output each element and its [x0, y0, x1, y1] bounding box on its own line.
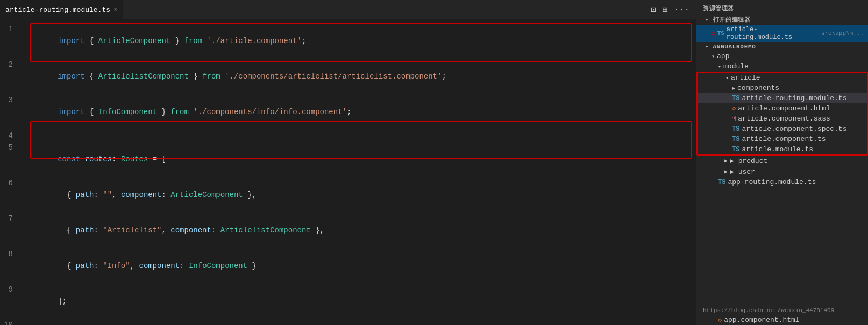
code-line-9: 9 ]; [0, 284, 696, 319]
ts-icon-3: TS [732, 136, 739, 143]
file-app-component-html-label: app.component.html [724, 316, 799, 324]
file-article-ts-label: article.component.ts [742, 135, 826, 143]
file-app-component-html[interactable]: ◇ app.component.html [696, 315, 868, 325]
file-article-sass-label: article.component.sass [738, 115, 830, 123]
ts-icon-4: TS [732, 146, 739, 153]
open-editors-section[interactable]: ▾ 打开的编辑器 [696, 15, 868, 25]
file-article-module[interactable]: TS article.module.ts [698, 144, 867, 154]
editor-area: article-routing.module.ts × ⊡ ⊞ ··· 1 im… [0, 0, 696, 325]
file-article-sass[interactable]: ♃ article.component.sass [698, 114, 867, 124]
ts-icon-2: TS [732, 125, 739, 133]
ts-icon-1: TS [732, 95, 739, 102]
layout-icon[interactable]: ⊞ [663, 4, 668, 15]
code-editor[interactable]: 1 import { ArticleComponent } from './ar… [0, 19, 696, 325]
module-folder-label: module [723, 62, 749, 70]
components-folder-label: components [737, 84, 779, 92]
file-article-ts[interactable]: TS article.component.ts [698, 134, 867, 144]
code-line-7: 7 { path: "Articlelist", component: Arti… [0, 213, 696, 248]
app-folder-arrow: ▾ [712, 53, 715, 60]
angualrdemo-section[interactable]: ▾ ANGUALRDEMO [696, 42, 868, 51]
file-article-routing[interactable]: TS article-routing.module.ts [698, 93, 867, 103]
code-line-5: 5 const routes: Routes = [ [0, 142, 696, 177]
ts-icon-5: TS [718, 179, 725, 186]
article-folder[interactable]: ▾ article [698, 73, 867, 83]
module-folder-arrow: ▾ [718, 63, 721, 70]
article-section-highlight: ▾ article ▶ components TS article-routin… [696, 72, 868, 156]
active-tab[interactable]: article-routing.module.ts × [0, 0, 123, 19]
open-filename: article-routing.module.ts [727, 26, 819, 41]
split-editor-icon[interactable]: ⊡ [651, 4, 656, 15]
code-line-3: 3 import { InfoComponent } from './compo… [0, 94, 696, 130]
code-line-4: 4 [0, 130, 696, 142]
file-article-spec-label: article.component.spec.ts [742, 125, 846, 133]
file-app-routing[interactable]: TS app-routing.module.ts [696, 177, 868, 187]
code-line-10: 10 [0, 319, 696, 325]
file-article-html-label: article.component.html [738, 104, 830, 112]
more-actions-icon[interactable]: ··· [674, 5, 689, 15]
components-folder-arrow: ▶ [732, 85, 735, 91]
code-line-1: 1 import { ArticleComponent } from './ar… [0, 23, 696, 59]
html-icon-1: ◇ [732, 104, 736, 112]
app-folder-label: app [717, 52, 729, 60]
file-article-routing-label: article-routing.module.ts [742, 94, 846, 102]
sidebar-url: https://blog.csdn.net/weixin_44781409 [696, 306, 868, 315]
angualrdemo-label: ▾ ANGUALRDEMO [705, 43, 756, 50]
open-file-item[interactable]: ✕ TS article-routing.module.ts src\app\m… [696, 25, 868, 42]
open-file-path: src\app\m... [821, 30, 864, 37]
file-article-spec[interactable]: TS article.component.spec.ts [698, 124, 867, 134]
file-app-routing-label: app-routing.module.ts [728, 178, 816, 186]
components-folder[interactable]: ▶ components [698, 83, 867, 93]
app-folder[interactable]: ▾ app [696, 51, 868, 61]
code-line-6: 6 { path: "", component: ArticleComponen… [0, 177, 696, 213]
tab-filename: article-routing.module.ts [5, 6, 110, 14]
sass-icon-1: ♃ [732, 115, 736, 123]
sidebar-resource-manager-label: 资源管理器 [696, 0, 868, 15]
user-folder[interactable]: ▶ ▶ user [696, 166, 868, 177]
product-folder-label: ▶ product [730, 157, 767, 165]
product-folder[interactable]: ▶ ▶ product [696, 156, 868, 166]
ts-badge-open: TS [717, 30, 724, 37]
product-folder-arrow: ▶ [724, 158, 728, 164]
close-tab-icon[interactable]: × [113, 6, 117, 13]
article-folder-label: article [731, 74, 760, 82]
open-file-ts-icon: ✕ [712, 30, 715, 37]
editor-toolbar: ⊡ ⊞ ··· [651, 4, 696, 15]
article-folder-arrow: ▾ [725, 75, 729, 81]
module-folder[interactable]: ▾ module [696, 61, 868, 72]
user-folder-arrow: ▶ [724, 168, 728, 175]
file-article-html[interactable]: ◇ article.component.html [698, 103, 867, 114]
html-icon-2: ◇ [718, 316, 722, 324]
file-article-module-label: article.module.ts [742, 145, 813, 153]
user-folder-label: ▶ user [730, 167, 755, 176]
open-editors-label: ▾ 打开的编辑器 [705, 16, 751, 24]
sidebar: 资源管理器 ▾ 打开的编辑器 ✕ TS article-routing.modu… [696, 0, 868, 325]
code-line-8: 8 { path: "Info", component: InfoCompone… [0, 248, 696, 284]
code-line-2: 2 import { ArticlelistComponent } from '… [0, 59, 696, 94]
tab-bar: article-routing.module.ts × ⊡ ⊞ ··· [0, 0, 696, 19]
